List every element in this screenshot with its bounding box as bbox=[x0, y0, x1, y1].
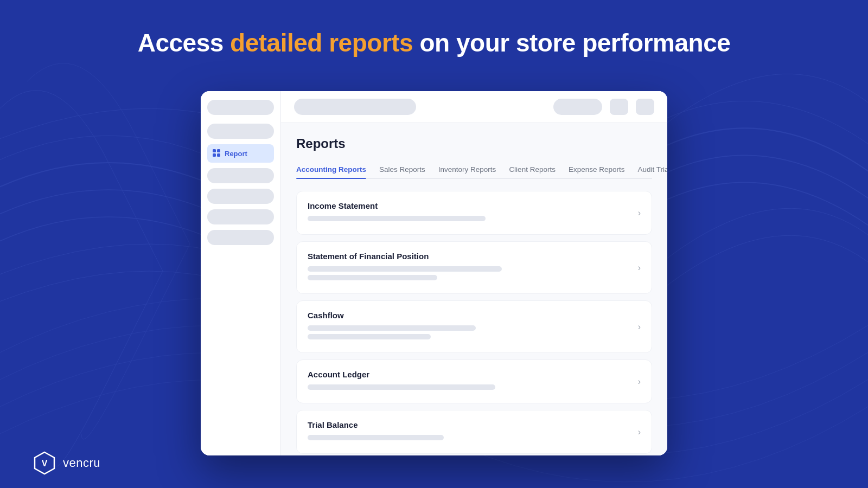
hero-prefix: Access bbox=[138, 29, 230, 57]
sidebar-item-report[interactable]: Report bbox=[207, 144, 274, 163]
svg-rect-0 bbox=[213, 149, 216, 152]
main-content: Reports Accounting Reports Sales Reports… bbox=[281, 91, 667, 455]
vencru-logo: V vencru bbox=[33, 451, 100, 475]
tab-inventory[interactable]: Inventory Reports bbox=[438, 161, 496, 178]
cashflow-title: Cashflow bbox=[308, 311, 631, 320]
vencru-hexagon-icon: V bbox=[33, 451, 56, 475]
svg-rect-2 bbox=[213, 153, 216, 157]
sidebar-skeleton-4 bbox=[207, 209, 274, 224]
tab-audit[interactable]: Audit Trial bbox=[637, 161, 667, 178]
report-item-cashflow-content: Cashflow bbox=[308, 311, 631, 343]
income-skeleton-1 bbox=[308, 216, 486, 221]
tab-sales[interactable]: Sales Reports bbox=[379, 161, 425, 178]
report-item-income[interactable]: Income Statement › bbox=[296, 191, 652, 235]
trial-balance-title: Trial Balance bbox=[308, 420, 631, 429]
ledger-skeleton-1 bbox=[308, 384, 495, 390]
tab-accounting[interactable]: Accounting Reports bbox=[296, 161, 366, 178]
report-item-income-content: Income Statement bbox=[308, 201, 631, 224]
financial-position-title: Statement of Financial Position bbox=[308, 252, 631, 261]
hero-suffix: on your store performance bbox=[413, 29, 730, 57]
report-nav-label: Report bbox=[225, 150, 247, 158]
report-item-financial-content: Statement of Financial Position bbox=[308, 252, 631, 284]
report-item-ledger-content: Account Ledger bbox=[308, 370, 631, 393]
svg-rect-3 bbox=[217, 153, 220, 157]
sidebar-top-skeleton bbox=[207, 100, 274, 115]
hero-highlight: detailed reports bbox=[230, 29, 413, 57]
income-statement-title: Income Statement bbox=[308, 201, 631, 210]
grid-icon bbox=[213, 149, 220, 158]
reports-panel: Reports Accounting Reports Sales Reports… bbox=[281, 123, 667, 455]
report-item-ledger[interactable]: Account Ledger › bbox=[296, 359, 652, 403]
report-item-cashflow[interactable]: Cashflow › bbox=[296, 300, 652, 353]
account-ledger-title: Account Ledger bbox=[308, 370, 631, 379]
trial-skeleton-1 bbox=[308, 435, 444, 440]
financial-chevron-icon: › bbox=[638, 263, 641, 273]
income-chevron-icon: › bbox=[638, 208, 641, 218]
financial-skeleton-1 bbox=[308, 266, 502, 272]
hero-heading: Access detailed reports on your store pe… bbox=[0, 28, 868, 57]
tab-client[interactable]: Client Reports bbox=[509, 161, 556, 178]
report-item-financial[interactable]: Statement of Financial Position › bbox=[296, 241, 652, 294]
top-bar bbox=[281, 91, 667, 123]
app-window: Report Reports Accounting Reports Sales … bbox=[201, 91, 667, 455]
svg-rect-1 bbox=[217, 149, 220, 152]
report-item-trial[interactable]: Trial Balance › bbox=[296, 410, 652, 454]
report-item-trial-content: Trial Balance bbox=[308, 420, 631, 444]
reports-tabs: Accounting Reports Sales Reports Invento… bbox=[296, 161, 652, 179]
topbar-icon-2 bbox=[636, 99, 654, 115]
trial-chevron-icon: › bbox=[638, 427, 641, 437]
cashflow-skeleton-1 bbox=[308, 325, 476, 331]
sidebar-skeleton-3 bbox=[207, 189, 274, 204]
ledger-chevron-icon: › bbox=[638, 377, 641, 387]
svg-text:V: V bbox=[42, 459, 48, 468]
sidebar: Report bbox=[201, 91, 281, 455]
topbar-icon-1 bbox=[610, 99, 628, 115]
tab-expense[interactable]: Expense Reports bbox=[569, 161, 625, 178]
vencru-brand-name: vencru bbox=[63, 456, 100, 470]
cashflow-skeleton-2 bbox=[308, 334, 431, 339]
reports-title: Reports bbox=[296, 136, 652, 151]
sidebar-skeleton-5 bbox=[207, 230, 274, 245]
financial-skeleton-2 bbox=[308, 275, 437, 280]
topbar-search-skeleton bbox=[294, 99, 416, 115]
sidebar-skeleton-2 bbox=[207, 168, 274, 183]
sidebar-skeleton-1 bbox=[207, 124, 274, 139]
cashflow-chevron-icon: › bbox=[638, 322, 641, 332]
topbar-button-skeleton bbox=[553, 99, 602, 115]
report-list: Income Statement › Statement of Financia… bbox=[296, 191, 652, 455]
